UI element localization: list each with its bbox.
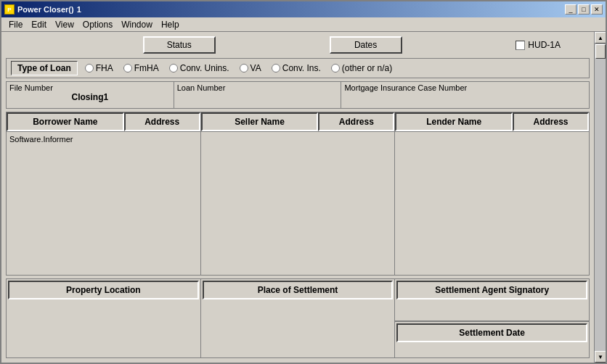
radio-conv-unins-label: Conv. Unins. [180,63,229,73]
loan-type-label: Type of Loan [11,61,78,75]
scroll-down-arrow: ▼ [598,354,603,360]
radio-conv-unins-input[interactable] [169,64,178,73]
property-location-header: Property Location [8,281,199,299]
borrower-content: Software.Informer [7,132,200,275]
lender-column: Lender Name Address [395,112,589,275]
property-location-col: Property Location [7,279,201,357]
main-content: Status Dates HUD-1A Type of Loan FHA [1,32,594,363]
place-of-settlement-content [201,301,395,357]
mortgage-label: Mortgage Insurance Case Number [344,83,586,92]
window-title-suffix: 1 [77,5,81,14]
scroll-down-button[interactable]: ▼ [595,351,606,363]
borrower-address-header[interactable]: Address [124,112,200,131]
hud-checkbox[interactable] [516,41,525,50]
menu-view[interactable]: View [51,18,78,31]
status-button[interactable]: Status [143,36,216,54]
file-number-cell: File Number Closing1 [7,82,174,108]
scroll-thumb[interactable] [595,44,606,59]
closing-value: Closing1 [9,92,171,102]
menu-bar: File Edit View Options Window Help [1,17,606,32]
scrollbar: ▲ ▼ [594,32,606,363]
menu-file[interactable]: File [4,18,27,31]
title-bar-left: P Power Closer() 1 [4,4,81,15]
lender-name-header: Lender Name [395,112,513,131]
lender-header: Lender Name Address [395,112,589,132]
minimize-button[interactable]: _ [565,4,577,15]
window-title: Power Closer() [17,5,74,14]
maximize-button[interactable]: □ [578,4,590,15]
place-of-settlement-col: Place of Settlement [201,279,396,357]
radio-other-input[interactable] [331,64,340,73]
close-button[interactable]: ✕ [591,4,603,15]
radio-fha-label: FHA [96,63,113,73]
seller-column: Seller Name Address [201,112,396,275]
names-section: Borrower Name Address Software.Informer … [6,112,590,276]
borrower-column: Borrower Name Address Software.Informer [7,112,201,275]
bottom-section: Property Location Place of Settlement Se… [6,278,590,358]
settlement-date-section: Settlement Date [395,321,589,357]
property-location-content [7,301,200,357]
right-bottom-col: Settlement Agent Signatory Settlement Da… [395,279,589,357]
menu-window[interactable]: Window [117,18,157,31]
loan-type-row: Type of Loan FHA FmHA Conv. Unins. [6,58,590,78]
borrower-header: Borrower Name Address [7,112,200,132]
hud-label: HUD-1A [528,40,561,50]
borrower-name-header: Borrower Name [7,112,124,131]
radio-other-label: (other or n/a) [342,63,392,73]
radio-va-input[interactable] [240,64,248,73]
settlement-date-header: Settlement Date [396,323,587,342]
radio-fha-input[interactable] [85,64,94,73]
settlement-date-content [395,344,589,357]
content-area: Status Dates HUD-1A Type of Loan FHA [1,32,606,363]
lender-address-header[interactable]: Address [513,112,589,131]
radio-fmha-input[interactable] [123,64,132,73]
seller-name-header: Seller Name [201,112,319,131]
scroll-up-button[interactable]: ▲ [595,32,606,44]
settlement-agent-header: Settlement Agent Signatory [396,281,587,299]
radio-va: VA [240,63,261,73]
radio-fha: FHA [85,63,113,73]
main-window: P Power Closer() 1 _ □ ✕ File Edit View … [0,0,607,364]
seller-content [201,132,395,275]
radio-conv-ins: Conv. Ins. [272,63,321,73]
radio-va-label: VA [250,63,261,73]
settlement-agent-content [395,301,589,320]
radio-fmha-label: FmHA [134,63,159,73]
mortgage-cell: Mortgage Insurance Case Number [341,82,589,108]
hud-checkbox-area: HUD-1A [516,40,561,50]
radio-conv-ins-input[interactable] [272,64,280,73]
radio-other: (other or n/a) [331,63,392,73]
place-of-settlement-header: Place of Settlement [203,281,394,299]
dates-button[interactable]: Dates [330,36,402,54]
app-icon: P [4,4,15,15]
menu-help[interactable]: Help [157,18,184,31]
file-number-row: File Number Closing1 Loan Number Mortgag… [6,81,590,109]
seller-header: Seller Name Address [201,112,395,132]
menu-edit[interactable]: Edit [27,18,51,31]
radio-fmha: FmHA [123,63,159,73]
title-bar: P Power Closer() 1 _ □ ✕ [1,1,606,17]
top-row: Status Dates HUD-1A [6,36,590,54]
scroll-up-arrow: ▲ [598,35,603,41]
seller-address-header[interactable]: Address [318,112,394,131]
loan-type-radio-group: FHA FmHA Conv. Unins. VA [85,63,392,73]
loan-number-cell: Loan Number [174,82,342,108]
menu-options[interactable]: Options [78,18,117,31]
radio-conv-unins: Conv. Unins. [169,63,229,73]
title-bar-buttons: _ □ ✕ [565,4,603,15]
radio-conv-ins-label: Conv. Ins. [282,63,321,73]
loan-number-label: Loan Number [177,83,338,92]
lender-content [395,132,589,275]
borrower-value: Software.Informer [9,135,73,144]
settlement-agent-section: Settlement Agent Signatory [395,279,589,321]
file-number-label: File Number [9,83,171,92]
scroll-track[interactable] [595,44,606,351]
